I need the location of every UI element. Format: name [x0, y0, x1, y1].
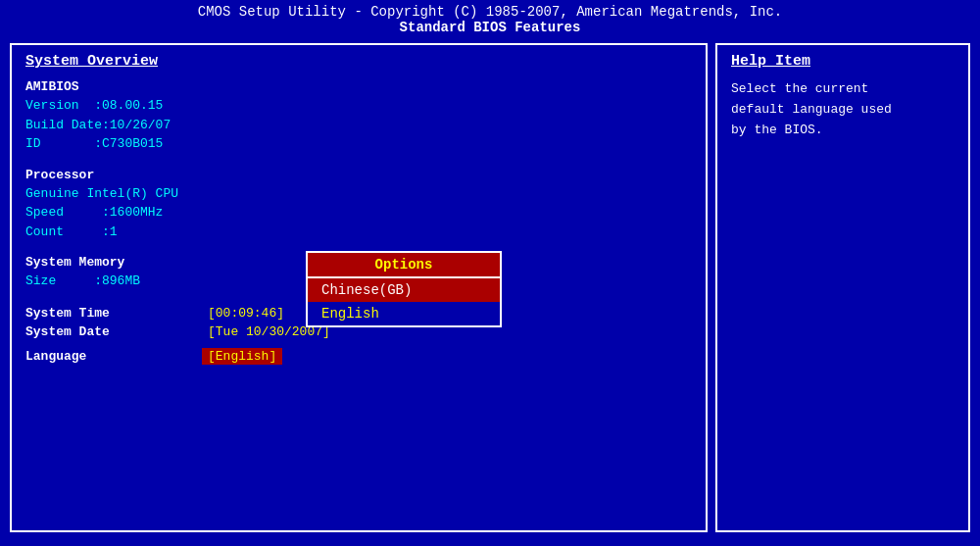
processor-label: Processor — [25, 168, 692, 182]
processor-speed: Speed :1600MHz — [25, 203, 692, 223]
amibios-label: AMIBIOS — [25, 79, 692, 94]
left-panel-title: System Overview — [25, 53, 692, 70]
help-text: Select the currentdefault language usedb… — [731, 79, 955, 140]
header-title-line1: CMOS Setup Utility - Copyright (C) 1985-… — [0, 4, 980, 20]
header-title-line2: Standard BIOS Features — [0, 20, 980, 35]
amibios-version: Version :08.00.15 — [25, 96, 692, 116]
option-english[interactable]: English — [308, 302, 500, 325]
help-text-content: Select the currentdefault language usedb… — [731, 81, 892, 137]
options-popup[interactable]: Options Chinese(GB) English — [306, 251, 502, 327]
main-content: System Overview AMIBIOS Version :08.00.1… — [0, 37, 980, 538]
language-label: Language — [25, 349, 202, 364]
bios-header: CMOS Setup Utility - Copyright (C) 1985-… — [0, 0, 980, 37]
right-panel-title: Help Item — [731, 53, 955, 70]
language-value[interactable]: [English] — [202, 348, 282, 365]
amibios-id: ID :C730B015 — [25, 134, 692, 154]
processor-section: Processor Genuine Intel(R) CPU Speed :16… — [25, 168, 692, 242]
option-chinese-gb[interactable]: Chinese(GB) — [308, 278, 500, 302]
amibios-section: AMIBIOS Version :08.00.15 Build Date:10/… — [25, 79, 692, 154]
options-popup-title: Options — [308, 253, 500, 278]
left-panel: System Overview AMIBIOS Version :08.00.1… — [10, 43, 708, 532]
processor-count: Count :1 — [25, 223, 692, 242]
right-panel: Help Item Select the currentdefault lang… — [715, 43, 970, 532]
system-time-label: System Time — [25, 306, 202, 321]
language-row[interactable]: Language [English] — [25, 348, 692, 365]
system-time-value: [00:09:46] — [202, 305, 290, 322]
processor-cpu: Genuine Intel(R) CPU — [25, 184, 692, 204]
system-date-label: System Date — [25, 324, 202, 339]
amibios-build: Build Date:10/26/07 — [25, 116, 692, 135]
